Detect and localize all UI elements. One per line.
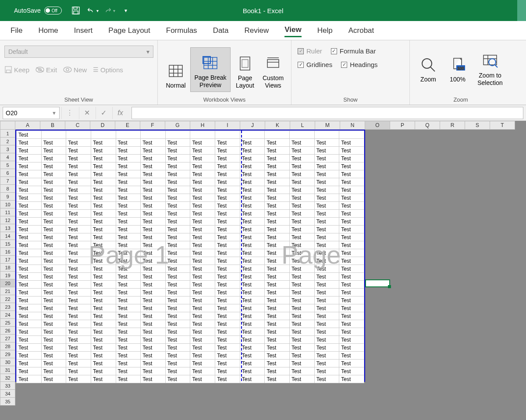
- row-header[interactable]: 3: [0, 145, 15, 153]
- cell[interactable]: Test: [41, 139, 66, 147]
- cell[interactable]: Test: [339, 360, 364, 367]
- cell[interactable]: Test: [215, 320, 240, 328]
- cell[interactable]: Test: [66, 139, 91, 147]
- row-header[interactable]: 29: [0, 350, 15, 358]
- cell[interactable]: Test: [91, 233, 116, 241]
- cell[interactable]: Test: [215, 328, 240, 336]
- cell[interactable]: Test: [165, 304, 190, 312]
- row-header[interactable]: 1: [0, 130, 15, 138]
- cell[interactable]: Test: [91, 249, 116, 257]
- row-header[interactable]: 6: [0, 169, 15, 177]
- cell[interactable]: Test: [141, 178, 166, 186]
- cell[interactable]: Test: [66, 367, 91, 375]
- cell[interactable]: Test: [66, 289, 91, 296]
- column-header[interactable]: T: [490, 121, 515, 130]
- cell[interactable]: Test: [290, 265, 315, 273]
- cell[interactable]: Test: [290, 375, 315, 383]
- cell[interactable]: Test: [265, 352, 290, 360]
- cell[interactable]: Test: [265, 155, 290, 162]
- cell[interactable]: Test: [165, 210, 190, 218]
- row-header[interactable]: 23: [0, 303, 15, 311]
- cell[interactable]: Test: [240, 170, 265, 178]
- cell[interactable]: Test: [314, 178, 339, 186]
- cell[interactable]: Test: [116, 257, 141, 265]
- page-break-line[interactable]: [241, 131, 242, 381]
- cell[interactable]: Test: [240, 147, 265, 155]
- cell[interactable]: Test: [190, 360, 215, 367]
- cell[interactable]: Test: [290, 194, 315, 202]
- cell[interactable]: Test: [339, 328, 364, 336]
- cell[interactable]: Test: [215, 202, 240, 210]
- page-layout-button[interactable]: Page Layout: [231, 47, 259, 92]
- column-header[interactable]: G: [165, 121, 190, 130]
- cell[interactable]: Test: [17, 296, 42, 304]
- cell[interactable]: Test: [339, 257, 364, 265]
- cell[interactable]: Test: [116, 344, 141, 352]
- cell[interactable]: Test: [66, 375, 91, 383]
- cell[interactable]: Test: [265, 360, 290, 367]
- customize-qat-icon[interactable]: ▾: [120, 4, 132, 17]
- cell[interactable]: Test: [240, 226, 265, 233]
- cell[interactable]: Test: [116, 312, 141, 320]
- cell[interactable]: Test: [141, 147, 166, 155]
- tab-review[interactable]: Review: [245, 25, 269, 37]
- cell[interactable]: Test: [41, 289, 66, 296]
- cell[interactable]: Test: [17, 273, 42, 281]
- cell[interactable]: Test: [290, 162, 315, 170]
- cell[interactable]: Test: [116, 241, 141, 249]
- cell[interactable]: [339, 131, 364, 139]
- cell[interactable]: Test: [215, 233, 240, 241]
- cell[interactable]: Test: [41, 233, 66, 241]
- cell[interactable]: Test: [190, 328, 215, 336]
- row-header[interactable]: 31: [0, 366, 15, 374]
- cell[interactable]: Test: [165, 194, 190, 202]
- cell[interactable]: Test: [265, 210, 290, 218]
- cell[interactable]: Test: [265, 194, 290, 202]
- cell[interactable]: Test: [17, 202, 42, 210]
- cell[interactable]: Test: [190, 218, 215, 226]
- cell[interactable]: Test: [190, 147, 215, 155]
- row-header[interactable]: 24: [0, 311, 15, 319]
- cell[interactable]: Test: [265, 304, 290, 312]
- cell[interactable]: Test: [190, 281, 215, 289]
- cell[interactable]: Test: [240, 273, 265, 281]
- cell[interactable]: Test: [240, 186, 265, 194]
- cell[interactable]: Test: [215, 194, 240, 202]
- cell[interactable]: Test: [290, 139, 315, 147]
- cell[interactable]: Test: [17, 131, 42, 139]
- cell[interactable]: Test: [66, 194, 91, 202]
- cell[interactable]: Test: [41, 344, 66, 352]
- cell[interactable]: Test: [290, 218, 315, 226]
- cell[interactable]: Test: [116, 249, 141, 257]
- autosave-toggle[interactable]: AutoSave Off: [14, 7, 62, 14]
- cell[interactable]: Test: [17, 210, 42, 218]
- cell[interactable]: Test: [215, 226, 240, 233]
- cell[interactable]: Test: [66, 249, 91, 257]
- normal-view-button[interactable]: Normal: [162, 47, 189, 92]
- cell[interactable]: Test: [141, 241, 166, 249]
- cell[interactable]: Test: [165, 139, 190, 147]
- cell[interactable]: Test: [290, 186, 315, 194]
- cell[interactable]: Test: [314, 344, 339, 352]
- cell[interactable]: Test: [91, 367, 116, 375]
- cell[interactable]: Test: [41, 273, 66, 281]
- cell[interactable]: Test: [165, 367, 190, 375]
- cell[interactable]: Test: [165, 352, 190, 360]
- cell[interactable]: Test: [339, 249, 364, 257]
- column-header[interactable]: I: [215, 121, 240, 130]
- cell[interactable]: Test: [116, 162, 141, 170]
- cell[interactable]: Test: [165, 336, 190, 344]
- zoom-button[interactable]: Zoom: [414, 56, 442, 83]
- cell[interactable]: Test: [91, 375, 116, 383]
- cell[interactable]: Test: [91, 320, 116, 328]
- tab-page-layout[interactable]: Page Layout: [108, 25, 150, 37]
- cell[interactable]: Test: [339, 320, 364, 328]
- cell[interactable]: Test: [265, 186, 290, 194]
- cell[interactable]: Test: [17, 265, 42, 273]
- cell[interactable]: Test: [17, 218, 42, 226]
- cell[interactable]: Test: [290, 170, 315, 178]
- cell[interactable]: Test: [66, 257, 91, 265]
- cell[interactable]: Test: [91, 186, 116, 194]
- cell[interactable]: Test: [165, 226, 190, 233]
- cell[interactable]: Test: [165, 178, 190, 186]
